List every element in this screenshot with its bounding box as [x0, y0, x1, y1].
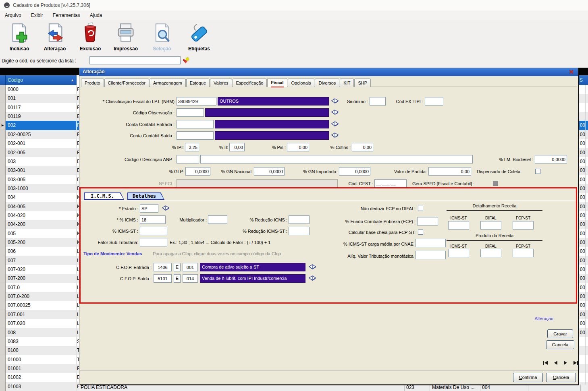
produto-difal-input[interactable] — [480, 249, 501, 257]
tab-icms[interactable]: I.C.M.S. — [84, 192, 124, 200]
table-row[interactable]: 004K — [0, 193, 79, 202]
ipi-input[interactable] — [185, 143, 199, 151]
cest-input[interactable] — [374, 179, 407, 188]
cfop-entrada-code-input[interactable] — [154, 263, 172, 271]
tab-kit[interactable]: KIT — [340, 79, 354, 87]
table-row[interactable]: 007.0-200L — [0, 292, 79, 301]
table-row-bottom[interactable]: POLIA ESTICADORA 023 Materiais De Uso ..… — [79, 385, 588, 391]
menu-item[interactable]: Ferramentas — [48, 10, 85, 20]
cancela-button[interactable]: Cancela — [546, 340, 574, 349]
table-row[interactable]: 007-020L — [0, 265, 79, 274]
close-icon[interactable]: ✕ — [569, 68, 574, 76]
icms-st-input[interactable] — [140, 227, 167, 235]
table-row[interactable]: 004-005K — [0, 202, 79, 211]
estado-input[interactable] — [140, 204, 158, 213]
nav-next-button[interactable] — [564, 361, 567, 365]
table-row[interactable]: 005-200K — [0, 238, 79, 247]
table-row[interactable]: 01001P — [0, 364, 79, 373]
table-row[interactable]: 002-00025E — [0, 130, 79, 139]
table-row[interactable]: 003-005D — [0, 175, 79, 184]
cfop-entrada-lookup-book-icon[interactable] — [308, 264, 316, 270]
dialog-titlebar[interactable]: Alteração ✕ — [79, 68, 578, 76]
toolbar-button[interactable]: Etiquetas — [181, 23, 217, 52]
table-row[interactable]: 0083S — [0, 337, 79, 346]
menu-item[interactable]: Ajuda — [85, 10, 107, 20]
fator-input[interactable] — [140, 238, 167, 246]
sped-checkbox[interactable] — [493, 181, 498, 186]
gn-importado-input[interactable] — [339, 167, 370, 176]
valor-partida-input[interactable] — [428, 167, 471, 176]
conta-entrada-lookup-book-icon[interactable] — [331, 121, 339, 127]
table-row[interactable]: 004-200K — [0, 220, 79, 229]
table-row[interactable]: 003D — [0, 157, 79, 166]
nav-first-button[interactable] — [543, 361, 548, 365]
cfop-entrada-seq-input[interactable] — [183, 263, 198, 271]
table-row[interactable]: 004-020K — [0, 211, 79, 220]
conta-saida-lookup-book-icon[interactable] — [331, 132, 339, 139]
tab-opcionais[interactable]: Opcionais — [288, 79, 315, 87]
conta-entrada-input[interactable] — [177, 120, 214, 128]
table-header-codigo[interactable]: Código ▲ — [6, 75, 77, 85]
table-row[interactable]: 007-200L — [0, 274, 79, 283]
gn-nacional-input[interactable] — [254, 167, 285, 176]
cfop-saida-lookup-book-icon[interactable] — [308, 275, 316, 281]
produto-fcp-st-input[interactable] — [513, 249, 534, 257]
pis-input[interactable] — [287, 143, 309, 151]
nbm-code-input[interactable] — [177, 97, 216, 106]
nbm-lookup-book-icon[interactable] — [331, 98, 339, 104]
toolbar-button[interactable]: Seleção — [144, 23, 180, 52]
detalhamento-fcp-st-input[interactable] — [513, 221, 534, 230]
tab-fiscal[interactable]: Fiscal — [267, 78, 287, 87]
confirma-button[interactable]: Confirma — [513, 373, 543, 382]
table-row[interactable]: 007.020L — [0, 319, 79, 328]
cfop-saida-code-input[interactable] — [154, 274, 172, 283]
gravar-button[interactable]: Gravar — [547, 329, 573, 338]
detalhamento-icms-st-input[interactable] — [448, 221, 469, 230]
ex-tipi-input[interactable] — [425, 97, 443, 106]
produto-icms-st-input[interactable] — [448, 249, 469, 257]
tab-valores[interactable]: Valores — [210, 79, 232, 87]
tab-detalhes[interactable]: Detalhes — [127, 192, 164, 200]
ii-input[interactable] — [229, 143, 245, 151]
cfop-saida-seq-input[interactable] — [183, 274, 198, 283]
tab-diversos[interactable]: Diversos — [315, 79, 339, 87]
sinonimo-input[interactable] — [370, 97, 386, 106]
table-row[interactable]: 0100T — [0, 346, 79, 355]
cod-obs-lookup-book-icon[interactable] — [331, 109, 339, 116]
biodiesel-input[interactable] — [535, 155, 567, 163]
table-row[interactable]: 00117E — [0, 103, 79, 112]
toolbar-button[interactable]: Exclusão — [73, 23, 108, 52]
table-row[interactable]: 003-1000D — [0, 184, 79, 193]
flashlight-icon[interactable] — [182, 56, 190, 64]
tab-armazenagem[interactable]: Armazenagem — [150, 79, 186, 87]
table-row[interactable]: 006L — [0, 247, 79, 256]
table-row[interactable]: 01002E — [0, 373, 79, 382]
table-row[interactable]: 01003P — [0, 382, 79, 391]
tab-especifica-o[interactable]: Especificação — [233, 79, 267, 87]
search-input[interactable] — [89, 56, 181, 64]
table-row[interactable]: 003-001D — [0, 166, 79, 175]
table-row[interactable]: 007.00025L — [0, 301, 79, 310]
tab-cliente-fornecedor[interactable]: Cliente/Fornecedor — [104, 79, 150, 87]
table-row[interactable]: 008L — [0, 328, 79, 337]
table-row[interactable]: 001F — [0, 94, 79, 103]
toolbar-button[interactable]: Inclusão — [2, 23, 37, 52]
fcp-difal-checkbox[interactable] — [418, 206, 423, 211]
cofins-input[interactable] — [352, 143, 373, 151]
conta-saida-input[interactable] — [177, 131, 214, 140]
glp-input[interactable] — [185, 167, 210, 176]
toolbar-button[interactable]: Impressão — [108, 23, 143, 52]
table-row[interactable]: 002-001E — [0, 139, 79, 148]
monofasica-input[interactable] — [416, 251, 446, 259]
tab-shp[interactable]: SHP — [354, 79, 371, 87]
fcp-st-checkbox[interactable] — [418, 230, 423, 235]
menu-item[interactable]: Arquivo — [0, 10, 26, 20]
cnae-input[interactable] — [416, 239, 446, 247]
table-row[interactable]: 005K — [0, 229, 79, 238]
table-row[interactable]: ►002F — [0, 121, 79, 130]
table-row[interactable]: 002-005E — [0, 148, 79, 157]
cancela2-button[interactable]: Cancela — [546, 373, 576, 382]
dispensado-checkbox[interactable] — [535, 169, 540, 174]
toolbar-button[interactable]: Alteração — [37, 23, 73, 52]
table-row[interactable]: 0000F — [0, 85, 79, 94]
